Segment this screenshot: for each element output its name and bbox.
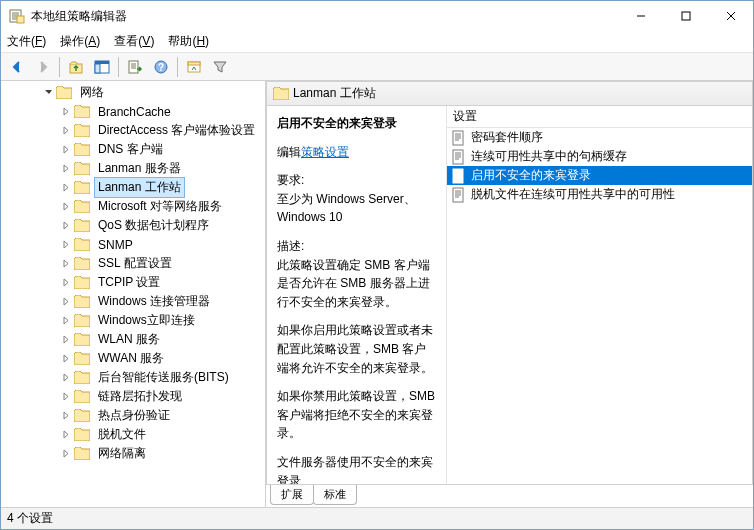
expander-icon[interactable] — [59, 333, 73, 347]
expander-icon[interactable] — [59, 390, 73, 404]
tab-strip: 扩展 标准 — [266, 485, 753, 507]
tree-label: BranchCache — [94, 103, 175, 121]
tab-extended[interactable]: 扩展 — [270, 485, 314, 505]
expander-icon[interactable] — [59, 238, 73, 252]
expander-icon[interactable] — [59, 314, 73, 328]
tree-label: SNMP — [94, 236, 137, 254]
heading-bar: Lanman 工作站 — [267, 82, 752, 106]
tree-item[interactable]: 脱机文件 — [1, 425, 265, 444]
tree-label: WWAN 服务 — [94, 348, 168, 369]
expander-icon[interactable] — [59, 105, 73, 119]
tree-item[interactable]: Windows 连接管理器 — [1, 292, 265, 311]
toolbar: ? — [1, 53, 753, 81]
tree-item[interactable]: 链路层拓扑发现 — [1, 387, 265, 406]
expander-icon[interactable] — [59, 276, 73, 290]
tree-item[interactable]: 网络 — [1, 83, 265, 102]
help-button[interactable]: ? — [149, 55, 173, 79]
tree-item[interactable]: 后台智能传送服务(BITS) — [1, 368, 265, 387]
list-item[interactable]: 脱机文件在连续可用性共享中的可用性 — [447, 185, 752, 204]
tree-pane: 网络BranchCacheDirectAccess 客户端体验设置DNS 客户端… — [1, 81, 266, 507]
tree-label: SSL 配置设置 — [94, 253, 176, 274]
close-button[interactable] — [708, 1, 753, 31]
menu-help[interactable]: 帮助(H) — [168, 33, 209, 50]
show-hide-tree-button[interactable] — [90, 55, 114, 79]
filter-button[interactable] — [208, 55, 232, 79]
minimize-button[interactable] — [618, 1, 663, 31]
desc-text: 文件服务器使用不安全的来宾登录 — [277, 453, 436, 484]
right-pane: Lanman 工作站 启用不安全的来宾登录 编辑策略设置 要求: 至少为 Win… — [266, 81, 753, 507]
maximize-button[interactable] — [663, 1, 708, 31]
expander-icon[interactable] — [59, 219, 73, 233]
tree-item[interactable]: BranchCache — [1, 102, 265, 121]
menu-action[interactable]: 操作(A) — [60, 33, 100, 50]
expander-icon[interactable] — [59, 257, 73, 271]
desc-text: 此策略设置确定 SMB 客户端是否允许在 SMB 服务器上进行不安全的来宾登录。 — [277, 256, 436, 312]
tree-label: Windows立即连接 — [94, 310, 199, 331]
svg-rect-7 — [129, 61, 138, 73]
edit-link[interactable]: 策略设置 — [301, 145, 349, 159]
split: 启用不安全的来宾登录 编辑策略设置 要求: 至少为 Windows Server… — [267, 106, 752, 484]
expander-icon[interactable] — [59, 352, 73, 366]
tab-standard[interactable]: 标准 — [313, 485, 357, 505]
window: 本地组策略编辑器 文件(F) 操作(A) 查看(V) 帮助(H) ? 网络Bra… — [0, 0, 754, 530]
list-body[interactable]: 密码套件顺序连续可用性共享中的句柄缓存启用不安全的来宾登录脱机文件在连续可用性共… — [447, 128, 752, 484]
content: 网络BranchCacheDirectAccess 客户端体验设置DNS 客户端… — [1, 81, 753, 507]
properties-button[interactable] — [182, 55, 206, 79]
tree-label: Windows 连接管理器 — [94, 291, 214, 312]
menu-view[interactable]: 查看(V) — [114, 33, 154, 50]
tree-item[interactable]: DNS 客户端 — [1, 140, 265, 159]
expander-icon[interactable] — [59, 124, 73, 138]
tree-label: 脱机文件 — [94, 424, 150, 445]
tree-label: 网络 — [76, 82, 108, 103]
tree-item[interactable]: Microsoft 对等网络服务 — [1, 197, 265, 216]
back-button[interactable] — [5, 55, 29, 79]
forward-button[interactable] — [31, 55, 55, 79]
tree-item[interactable]: WLAN 服务 — [1, 330, 265, 349]
tree-item[interactable]: 网络隔离 — [1, 444, 265, 463]
svg-text:?: ? — [158, 62, 164, 73]
list-item[interactable]: 密码套件顺序 — [447, 128, 752, 147]
expander-icon[interactable] — [59, 162, 73, 176]
tree-label: Lanman 工作站 — [94, 177, 185, 198]
separator — [59, 57, 60, 77]
list-item[interactable]: 启用不安全的来宾登录 — [447, 166, 752, 185]
tree-item[interactable]: TCPIP 设置 — [1, 273, 265, 292]
list-item[interactable]: 连续可用性共享中的句柄缓存 — [447, 147, 752, 166]
expander-icon[interactable] — [59, 447, 73, 461]
list-header[interactable]: 设置 — [447, 106, 752, 128]
tree-item[interactable]: QoS 数据包计划程序 — [1, 216, 265, 235]
detail-title: 启用不安全的来宾登录 — [277, 114, 436, 133]
tree-item[interactable]: Windows立即连接 — [1, 311, 265, 330]
expander-icon[interactable] — [59, 295, 73, 309]
expander-icon[interactable] — [59, 200, 73, 214]
expander-icon[interactable] — [59, 409, 73, 423]
up-button[interactable] — [64, 55, 88, 79]
tree-item[interactable]: Lanman 服务器 — [1, 159, 265, 178]
req-label: 要求: — [277, 171, 436, 190]
tree-label: QoS 数据包计划程序 — [94, 215, 213, 236]
tree-item[interactable]: Lanman 工作站 — [1, 178, 265, 197]
expander-icon[interactable] — [41, 86, 55, 100]
detail-column: 启用不安全的来宾登录 编辑策略设置 要求: 至少为 Windows Server… — [267, 106, 447, 484]
list-item-label: 连续可用性共享中的句柄缓存 — [471, 148, 627, 165]
list-column: 设置 密码套件顺序连续可用性共享中的句柄缓存启用不安全的来宾登录脱机文件在连续可… — [447, 106, 752, 484]
tree-item[interactable]: DirectAccess 客户端体验设置 — [1, 121, 265, 140]
tree-item[interactable]: SSL 配置设置 — [1, 254, 265, 273]
svg-rect-11 — [188, 62, 200, 65]
expander-icon[interactable] — [59, 143, 73, 157]
tree-item[interactable]: WWAN 服务 — [1, 349, 265, 368]
tree-item[interactable]: 热点身份验证 — [1, 406, 265, 425]
desc-text: 如果你启用此策略设置或者未配置此策略设置，SMB 客户端将允许不安全的来宾登录。 — [277, 321, 436, 377]
expander-icon[interactable] — [59, 181, 73, 195]
expander-icon[interactable] — [59, 371, 73, 385]
expander-icon[interactable] — [59, 428, 73, 442]
tree-label: 网络隔离 — [94, 443, 150, 464]
separator — [177, 57, 178, 77]
export-button[interactable] — [123, 55, 147, 79]
tree-item[interactable]: SNMP — [1, 235, 265, 254]
separator — [118, 57, 119, 77]
desc-label: 描述: — [277, 237, 436, 256]
menu-file[interactable]: 文件(F) — [7, 33, 46, 50]
svg-rect-1 — [17, 16, 24, 23]
tree[interactable]: 网络BranchCacheDirectAccess 客户端体验设置DNS 客户端… — [1, 81, 265, 507]
